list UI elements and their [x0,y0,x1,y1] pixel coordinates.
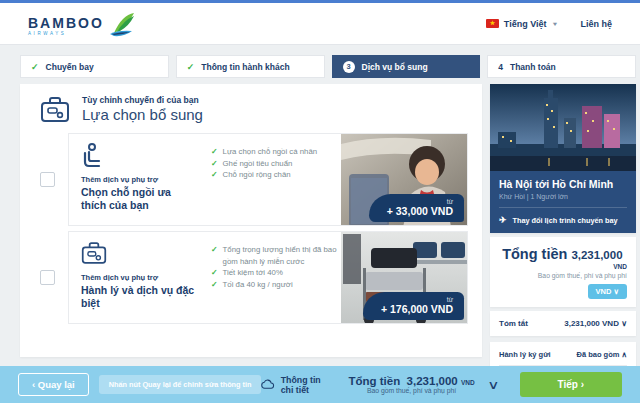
route-card: Hà Nội tới Hồ Chí Minh Khứ Hồi | 1 Người… [490,84,636,233]
next-button[interactable]: Tiếp › [520,372,622,397]
details-label: Thông tin chi tiết [281,375,333,395]
step-label: Thanh toán [510,62,556,72]
service-category: Thêm dịch vụ phụ trợ [81,175,197,184]
total-amount: 3,231,000 [571,249,622,261]
step-payment[interactable]: 4 Thanh toán [487,55,636,78]
step-extra-services[interactable]: 3 Dịch vụ bổ sung [332,55,481,78]
step-label: Dịch vụ bổ sung [362,62,428,72]
total-note: Bao gồm thuế, phí và phụ phí [499,272,627,279]
cabin-crew-photo: từ + 33,000 VND [341,134,467,225]
extra-services-panel: Tùy chỉnh chuyến đi của bạn Lựa chọn bổ … [20,84,482,357]
footer-currency: VND [461,379,475,386]
trip-info: Khứ Hồi | 1 Người lớn [499,193,627,208]
site-header: BAMBOO AIRWAYS ★ Tiếng Việt ▼ Liên hệ [0,3,640,45]
seat-service-checkbox[interactable] [40,172,55,187]
route-info-overlay: Hà Nội tới Hồ Chí Minh Khứ Hồi | 1 Người… [490,171,636,233]
booking-progress-steps: ✓ Chuyến bay ✓ Thông tin hành khách 3 Dị… [20,55,636,78]
currency-dropdown-button[interactable]: VND ∨ [588,284,627,299]
service-title: Chọn chỗ ngồi ưa thích của bạn [81,186,197,212]
price-value: + 176,000 VND [381,303,453,315]
summary-row[interactable]: Tóm tắt 3,231,000 VND ∨ [490,311,636,336]
booking-summary-sidebar: Hà Nội tới Hồ Chí Minh Khứ Hồi | 1 Người… [490,84,636,403]
seat-service-card[interactable]: Thêm dịch vụ phụ trợ Chọn chỗ ngồi ưa th… [68,133,468,226]
baggage-included-toggle[interactable]: Đã bao gồm ∧ [577,350,628,359]
feature-text: Tối đa 40 kg / người [223,279,293,291]
details-toggle[interactable]: Thông tin chi tiết [261,375,332,395]
summary-value: 3,231,000 VND ∨ [564,319,627,328]
service-row-baggage: Thêm dịch vụ phụ trợ Hành lý và dịch vụ … [34,231,468,324]
footer-total-amount: 3,231,000 [407,375,458,387]
service-title: Hành lý và dịch vụ đặc biệt [81,284,197,310]
chevron-down-icon: ▼ [552,21,559,27]
contact-link[interactable]: Liên hệ [580,19,612,29]
brand-subtitle: AIRWAYS [28,32,104,37]
back-hint-text: Nhấn nút Quay lại để chỉnh sửa thông tin [99,375,262,394]
check-icon: ✓ [187,62,195,72]
bamboo-leaf-icon [108,11,138,37]
ho-chi-minh-city-photo [490,84,636,171]
check-icon: ✓ [211,267,218,279]
service-row-seat: Thêm dịch vụ phụ trợ Chọn chỗ ngồi ưa th… [34,133,468,226]
check-icon: ✓ [211,244,218,267]
step-number: 3 [343,61,355,73]
baggage-service-checkbox[interactable] [40,270,55,285]
language-selector[interactable]: ★ Tiếng Việt ▼ [486,19,559,29]
footer-total: Tổng tiền 3,231,000 VND Bao gồm thuế, ph… [348,375,474,394]
feature-text: Tổng trọng lượng hiển thị đã bao gồm hàn… [223,244,337,267]
change-itinerary-link[interactable]: ✈ Thay đổi lịch trình chuyến bay [499,208,627,233]
price-prefix: từ [381,296,453,303]
check-icon: ✓ [211,158,218,170]
price-prefix: từ [387,198,453,205]
service-category: Thêm dịch vụ phụ trợ [81,273,197,282]
panel-title: Lựa chọn bổ sung [82,106,203,123]
language-label: Tiếng Việt [504,19,547,29]
feature-text: Lựa chọn chỗ ngồi cá nhân [223,146,318,158]
airport-luggage-photo: từ + 176,000 VND [341,232,467,323]
suitcase-icon [81,241,107,265]
step-passenger-info[interactable]: ✓ Thông tin hành khách [176,55,325,78]
check-icon: ✓ [211,146,218,158]
baggage-service-card[interactable]: Thêm dịch vụ phụ trợ Hành lý và dịch vụ … [68,231,468,324]
check-icon: ✓ [211,279,218,291]
baggage-header-label: Hành lý ký gửi [499,350,551,359]
change-itinerary-label: Thay đổi lịch trình chuyến bay [513,216,618,225]
expand-total-chevron-icon[interactable]: ∨ [487,378,499,392]
price-value: + 33,000 VND [387,205,453,217]
summary-label: Tóm tắt [499,319,528,328]
suitcase-icon [40,96,70,123]
route-title: Hà Nội tới Hồ Chí Minh [499,178,627,190]
footer-total-note: Bao gồm thuế, phí và phụ phí [348,387,474,394]
brand-name: BAMBOO [28,16,104,30]
panel-subtitle: Tùy chỉnh chuyến đi của bạn [82,95,203,105]
checkout-footer-bar: ‹ Quay lại Nhấn nút Quay lại để chỉnh sử… [0,366,640,403]
feature-text: Tiết kiệm tới 40% [223,267,283,279]
cloud-icon [261,378,274,391]
step-number: 4 [498,62,503,72]
bamboo-airways-logo[interactable]: BAMBOO AIRWAYS [28,11,138,37]
footer-total-label: Tổng tiền [348,375,400,387]
feature-text: Ghế ngồi tiêu chuẩn [223,158,293,170]
plane-icon: ✈ [499,215,507,225]
total-price-card: Tổng tiền 3,231,000 VND Bao gồm thuế, ph… [490,237,636,307]
price-badge: từ + 176,000 VND [363,292,464,320]
price-badge: từ + 33,000 VND [369,194,464,222]
check-icon: ✓ [211,169,218,181]
vietnam-flag-icon: ★ [486,19,499,28]
step-label: Thông tin hành khách [201,62,289,72]
total-label: Tổng tiền [502,246,567,262]
feature-text: Chỗ ngồi rộng chân [223,169,291,181]
back-button[interactable]: ‹ Quay lại [18,373,89,396]
currency-label: VND [613,263,627,270]
step-flight[interactable]: ✓ Chuyến bay [20,55,169,78]
step-label: Chuyến bay [46,62,94,72]
seat-icon [81,143,105,169]
check-icon: ✓ [31,62,39,72]
